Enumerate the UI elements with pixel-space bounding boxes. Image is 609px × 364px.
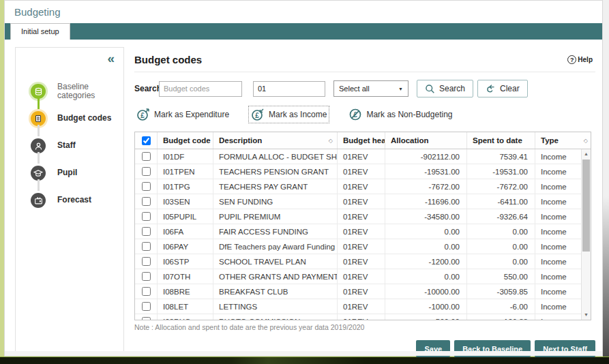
scrollbar-thumb[interactable] bbox=[582, 160, 590, 252]
row-checkbox[interactable] bbox=[142, 242, 151, 251]
table-row[interactable]: I06PAY DfE Teachers pay Award Funding 01… bbox=[135, 239, 582, 254]
scroll-down-icon[interactable]: ▼ bbox=[582, 310, 591, 320]
help-label: Help bbox=[578, 56, 593, 63]
table-row[interactable]: I08BRE BREAKFAST CLUB 01REV -10000.00 -3… bbox=[135, 284, 582, 299]
cell-allocation: 0.00 bbox=[385, 224, 466, 239]
tab-bar: Initial setup bbox=[5, 23, 602, 40]
wizard-steps: Baseline categories Budget codes Staf bbox=[16, 78, 123, 214]
column-header-allocation[interactable]: Allocation bbox=[385, 132, 466, 149]
table-row[interactable]: I08LET LETTINGS 01REV -1000.00 -6.00 Inc… bbox=[135, 299, 582, 314]
help-icon: ? bbox=[567, 55, 576, 64]
person-icon bbox=[31, 138, 46, 153]
column-header-type[interactable]: Type ◇ bbox=[535, 132, 592, 149]
cell-type: Income bbox=[535, 149, 582, 164]
cell-budget-head: 01REV bbox=[337, 149, 385, 164]
cell-budget-code: I03SEN bbox=[157, 194, 213, 209]
column-header-description[interactable]: Description ◇ bbox=[213, 132, 337, 149]
database-icon bbox=[31, 84, 46, 99]
cell-budget-code: I01DF bbox=[157, 149, 213, 164]
mark-as-expenditure-button[interactable]: £ Mark as Expenditure bbox=[134, 106, 231, 123]
cell-description: FORMULA ALLOC - BUDGET SHARE bbox=[213, 149, 337, 164]
sidebar-item-forecast[interactable]: Forecast bbox=[31, 187, 123, 214]
collapse-sidebar-button[interactable]: « bbox=[107, 52, 115, 65]
cell-budget-code: I06FA bbox=[157, 224, 213, 239]
tab-initial-setup[interactable]: Initial setup bbox=[10, 23, 70, 40]
table-row[interactable]: I01DF FORMULA ALLOC - BUDGET SHARE 01REV… bbox=[135, 149, 582, 164]
scroll-up-icon[interactable]: ▲ bbox=[582, 149, 591, 159]
pound-income-icon: £ bbox=[251, 108, 265, 121]
table-row[interactable]: I01TPG TEACHERS PAY GRANT 01REV -7672.00… bbox=[135, 179, 582, 194]
sort-icon[interactable]: ◇ bbox=[584, 138, 588, 144]
mark-as-non-budgeting-button[interactable]: £ Mark as Non-Budgeting bbox=[346, 106, 454, 123]
page-title: Budgeting bbox=[14, 6, 61, 18]
cell-allocation: -7672.00 bbox=[385, 179, 466, 194]
table-row[interactable]: I05PUPIL PUPIL PREMIUM 01REV -34580.00 -… bbox=[135, 209, 582, 224]
table-row[interactable]: I01TPEN TEACHERS PENSION GRANT 01REV -19… bbox=[135, 164, 582, 179]
cell-budget-head: 01REV bbox=[337, 194, 385, 209]
row-checkbox[interactable] bbox=[142, 257, 151, 266]
cell-budget-code: I07OTH bbox=[157, 269, 213, 284]
cell-allocation: -1000.00 bbox=[385, 299, 466, 314]
table-scrollbar[interactable]: ▲ ▼ bbox=[581, 149, 591, 320]
cell-budget-code: I01TPEN bbox=[157, 164, 213, 179]
sidebar-item-pupil[interactable]: Pupil bbox=[31, 160, 123, 187]
cell-budget-code: I06STP bbox=[157, 254, 213, 269]
filter-select[interactable]: Select all ▼ bbox=[333, 80, 409, 97]
sidebar-item-staff[interactable]: Staff bbox=[31, 132, 123, 160]
search-value-input[interactable] bbox=[253, 81, 325, 97]
table-row[interactable]: I03SEN SEN FUNDING 01REV -11696.00 -6411… bbox=[135, 194, 582, 209]
cell-spent-to-date: 106.33 bbox=[466, 314, 535, 320]
search-button[interactable]: Search bbox=[417, 80, 473, 97]
budget-codes-input[interactable] bbox=[159, 81, 242, 97]
cell-description: TEACHERS PAY GRANT bbox=[213, 179, 337, 194]
row-checkbox[interactable] bbox=[142, 272, 151, 281]
row-checkbox[interactable] bbox=[142, 317, 151, 320]
cell-budget-head: 01REV bbox=[337, 314, 385, 320]
cell-spent-to-date: -7672.00 bbox=[466, 179, 535, 194]
row-checkbox[interactable] bbox=[142, 152, 151, 161]
table-row[interactable]: I06STP SCHOOL TRAVEL PLAN 01REV -1200.00… bbox=[135, 254, 582, 269]
cell-allocation: -11696.00 bbox=[385, 194, 466, 209]
cell-budget-head: 01REV bbox=[337, 284, 385, 299]
clear-button-label: Clear bbox=[500, 84, 520, 93]
cell-type: Income bbox=[535, 269, 582, 284]
wizard-sidebar: « Baseline categories bbox=[15, 47, 124, 352]
row-checkbox[interactable] bbox=[142, 302, 151, 311]
cell-budget-head: 01REV bbox=[337, 209, 385, 224]
column-header-budget-code[interactable]: Budget code ◇ bbox=[157, 132, 213, 149]
column-label: Description bbox=[219, 136, 262, 145]
cell-budget-head: 01REV bbox=[337, 164, 385, 179]
budget-codes-table: Budget code ◇ Description ◇ Budget head … bbox=[134, 132, 591, 320]
help-button[interactable]: ? Help bbox=[567, 55, 593, 64]
sidebar-item-budget-codes[interactable]: Budget codes bbox=[31, 105, 123, 132]
row-checkbox[interactable] bbox=[142, 182, 151, 191]
mark-as-income-button[interactable]: £ Mark as Income bbox=[249, 106, 329, 123]
desktop-edge-bottom bbox=[0, 357, 609, 364]
cell-budget-head: 01REV bbox=[337, 269, 385, 284]
column-header-budget-head[interactable]: Budget head ◇ bbox=[337, 132, 385, 149]
table-row[interactable]: I08PHO PHOTO COMMISSION 01REV -500.00 10… bbox=[135, 314, 582, 320]
chevron-down-icon: ▼ bbox=[398, 87, 403, 91]
row-checkbox[interactable] bbox=[142, 167, 151, 176]
pound-expenditure-icon: £ bbox=[136, 108, 150, 121]
row-checkbox[interactable] bbox=[142, 212, 151, 221]
sidebar-item-baseline-categories[interactable]: Baseline categories bbox=[31, 78, 123, 105]
table-row[interactable]: I06FA FAIR ACCESS FUNDING 01REV 0.00 0.0… bbox=[135, 224, 582, 239]
clear-button[interactable]: Clear bbox=[477, 80, 528, 97]
cell-budget-code: I08BRE bbox=[157, 284, 213, 299]
table-row[interactable]: I07OTH OTHER GRANTS AND PAYMENTS 01REV 0… bbox=[135, 269, 582, 284]
column-label: Budget code bbox=[163, 136, 211, 145]
titlebar: Budgeting bbox=[5, 1, 602, 23]
cell-type: Income bbox=[535, 224, 582, 239]
cell-budget-code: I08LET bbox=[157, 299, 213, 314]
cell-description: LETTINGS bbox=[213, 299, 337, 314]
row-checkbox[interactable] bbox=[142, 287, 151, 296]
row-checkbox[interactable] bbox=[142, 227, 151, 236]
column-header-spent-to-date[interactable]: Spent to date bbox=[466, 132, 535, 149]
search-button-label: Search bbox=[439, 84, 465, 93]
cell-spent-to-date: 7539.41 bbox=[466, 149, 535, 164]
sort-icon[interactable]: ◇ bbox=[329, 138, 333, 144]
select-all-checkbox[interactable] bbox=[142, 136, 151, 145]
table-body-viewport: I01DF FORMULA ALLOC - BUDGET SHARE 01REV… bbox=[135, 149, 591, 320]
row-checkbox[interactable] bbox=[142, 197, 151, 206]
